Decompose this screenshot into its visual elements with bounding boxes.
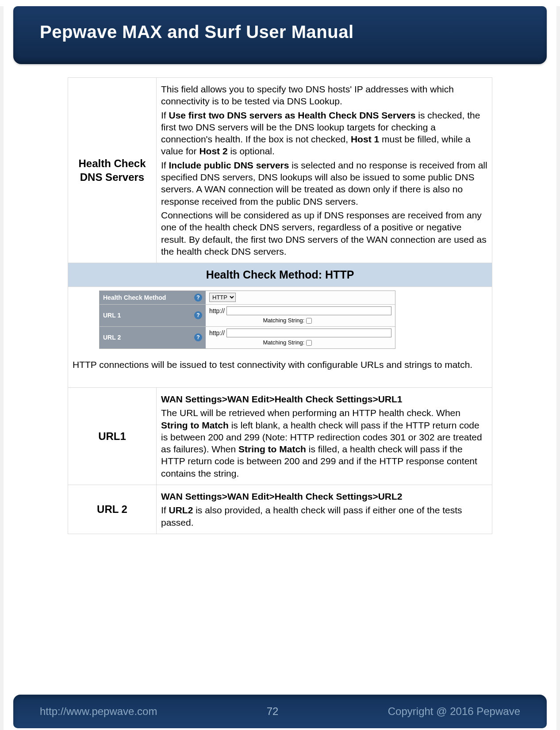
doc-table: Health Check DNS Servers This field allo… <box>68 77 492 534</box>
section-http-header: Health Check Method: HTTP <box>68 263 492 287</box>
url1-match-checkbox[interactable] <box>306 318 312 324</box>
cfg-row-method: Health Check Method ? HTTP <box>100 291 395 304</box>
row-dns-desc: This field allows you to specify two DNS… <box>157 78 492 263</box>
dns-p2: If Use first two DNS servers as Health C… <box>161 109 487 157</box>
http-note: HTTP connections will be issued to test … <box>73 359 487 371</box>
dns-p1: This field allows you to specify two DNS… <box>161 83 487 107</box>
cfg-row-url1: URL 1 ? http:// Matching String: <box>100 304 395 326</box>
url1-prefix: http:// <box>209 307 225 315</box>
url1-breadcrumb: WAN Settings>WAN Edit>Health Check Setti… <box>161 393 487 405</box>
url2-breadcrumb: WAN Settings>WAN Edit>Health Check Setti… <box>161 490 487 502</box>
row-url2-label: URL 2 <box>68 485 157 534</box>
help-icon[interactable]: ? <box>194 294 202 302</box>
cfg-row-url2: URL 2 ? http:// Matching String: <box>100 326 395 348</box>
config-panel: Health Check Method ? HTTP URL <box>99 290 395 349</box>
dns-p3: If Include public DNS servers is selecte… <box>161 159 487 207</box>
help-icon[interactable]: ? <box>194 311 202 319</box>
row-url2: URL 2 WAN Settings>WAN Edit>Health Check… <box>68 485 492 534</box>
content-area: Health Check DNS Servers This field allo… <box>4 64 556 552</box>
url2-match-label: Matching String: <box>263 339 304 346</box>
url1-input[interactable] <box>226 306 391 315</box>
url2-text: If URL2 is also provided, a health check… <box>161 504 487 528</box>
footer-url: http://www.pepwave.com <box>40 705 157 718</box>
url1-text: The URL will be retrieved when performin… <box>161 407 487 479</box>
url2-input[interactable] <box>226 329 391 337</box>
page-title: Pepwave MAX and Surf User Manual <box>40 22 520 42</box>
url2-match-checkbox[interactable] <box>306 340 312 346</box>
footer-banner: http://www.pepwave.com 72 Copyright @ 20… <box>13 695 547 728</box>
row-dns-label: Health Check DNS Servers <box>68 78 157 263</box>
row-section-http: Health Check Method: HTTP <box>68 263 492 287</box>
row-http-embed: Health Check Method ? HTTP URL <box>68 287 492 387</box>
header-banner: Pepwave MAX and Surf User Manual <box>13 6 547 64</box>
cfg-url1-label: URL 1 ? <box>100 305 206 326</box>
help-icon[interactable]: ? <box>194 333 202 341</box>
row-dns: Health Check DNS Servers This field allo… <box>68 78 492 263</box>
cfg-url2-label: URL 2 ? <box>100 327 206 348</box>
row-url1: URL1 WAN Settings>WAN Edit>Health Check … <box>68 387 492 485</box>
footer-copyright: Copyright @ 2016 Pepwave <box>388 705 520 718</box>
method-select[interactable]: HTTP <box>209 293 236 302</box>
row-url1-label: URL1 <box>68 387 157 485</box>
dns-p4: Connections will be considered as up if … <box>161 209 487 257</box>
url1-match-label: Matching String: <box>263 317 304 324</box>
row-url2-desc: WAN Settings>WAN Edit>Health Check Setti… <box>157 485 492 534</box>
footer-page-number: 72 <box>267 705 279 718</box>
url2-prefix: http:// <box>209 329 225 337</box>
cfg-method-label: Health Check Method ? <box>100 291 206 304</box>
row-url1-desc: WAN Settings>WAN Edit>Health Check Setti… <box>157 387 492 485</box>
